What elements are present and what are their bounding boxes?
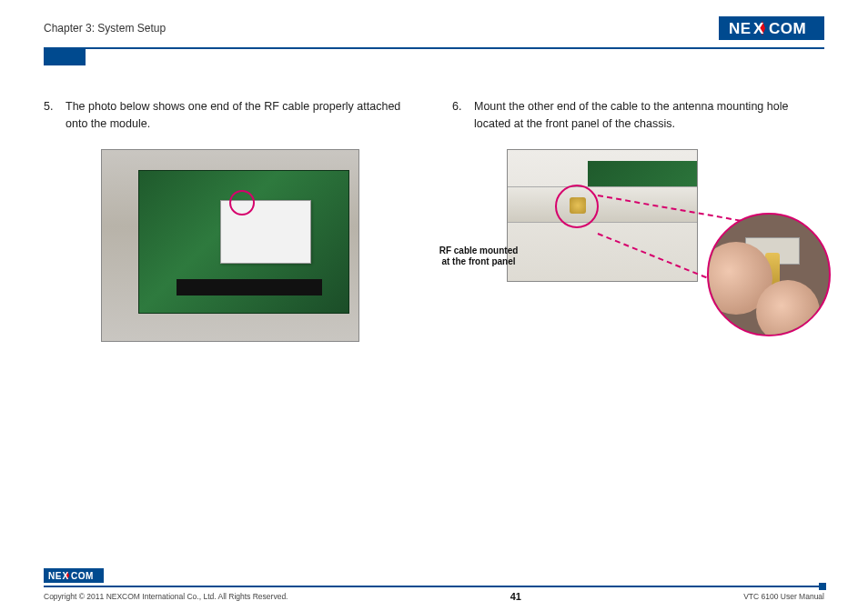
footer-rule <box>44 586 824 587</box>
page-header: Chapter 3: System Setup NE X COM <box>44 16 824 45</box>
header-tab <box>44 49 86 65</box>
page-footer: NE X COM Copyright © 2011 NEXCOM Interna… <box>44 568 824 602</box>
step-5: 5. The photo below shows one end of the … <box>44 98 416 133</box>
page-number: 41 <box>510 591 521 602</box>
nexcom-logo: NE X COM <box>719 16 824 40</box>
figure-6-zoom <box>707 213 831 336</box>
step-number: 5. <box>44 98 56 133</box>
figure-6-caption: RF cable mounted at the front panel <box>438 245 520 268</box>
step-number: 6. <box>452 98 465 133</box>
figure-5-wrap <box>44 149 416 342</box>
svg-text:COM: COM <box>769 20 806 37</box>
step-text: Mount the other end of the cable to the … <box>474 98 824 133</box>
step-6: 6. Mount the other end of the cable to t… <box>452 98 824 133</box>
copyright-text: Copyright © 2011 NEXCOM International Co… <box>44 592 288 601</box>
figure-5-photo <box>101 149 359 342</box>
chapter-title: Chapter 3: System Setup <box>44 22 166 35</box>
svg-text:X: X <box>63 571 69 581</box>
header-rule <box>44 47 824 49</box>
nexcom-logo-footer: NE X COM <box>44 568 104 583</box>
svg-text:NE: NE <box>48 571 62 581</box>
right-column: 6. Mount the other end of the cable to t… <box>452 98 824 404</box>
svg-text:X: X <box>753 20 764 37</box>
svg-text:COM: COM <box>71 571 94 581</box>
figure-6-wrap: RF cable mounted at the front panel <box>452 149 824 404</box>
step-text: The photo below shows one end of the RF … <box>66 98 416 133</box>
content-area: 5. The photo below shows one end of the … <box>44 98 824 404</box>
document-title: VTC 6100 User Manual <box>743 592 824 601</box>
callout-circle-icon <box>555 185 599 228</box>
svg-text:NE: NE <box>729 20 752 37</box>
left-column: 5. The photo below shows one end of the … <box>44 98 416 404</box>
callout-circle-icon <box>229 190 255 215</box>
